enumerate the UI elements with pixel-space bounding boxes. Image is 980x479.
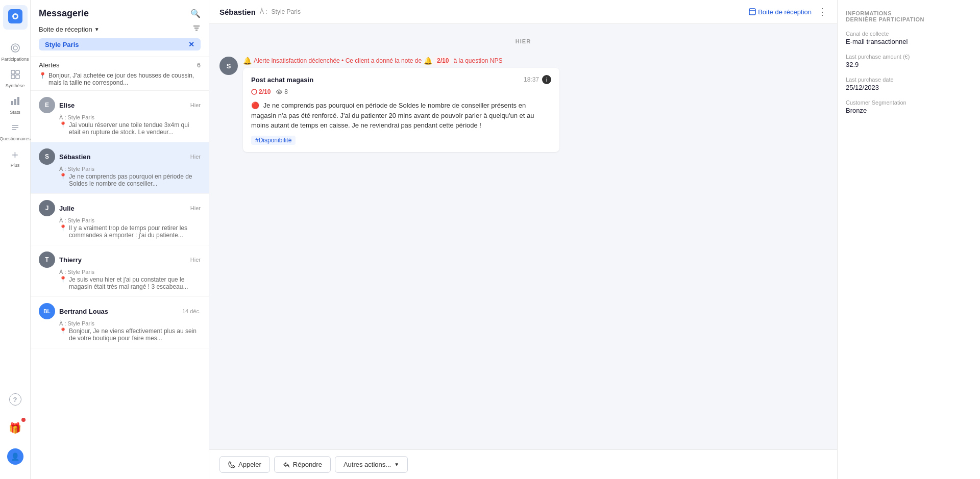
gift-icon: 🎁 [9, 422, 21, 434]
conv-name-thierry: Thierry [59, 256, 82, 264]
conv-user-row-elise: E Elise [39, 97, 75, 113]
info-row-canal: Canal de collecte E-mail transactionnel [846, 31, 972, 45]
sidebar-avatar[interactable]: 👤 [3, 444, 28, 469]
conv-user-row-julie: J Julie [39, 200, 75, 216]
avatar-thierry: T [39, 251, 55, 268]
conv-name-sebastien: Sébastien [59, 153, 90, 161]
conv-user-row-sebastien: S Sébastien [39, 148, 90, 165]
alerts-section: Alertes 6 📍 Bonjour, J'ai achetée ce jou… [31, 57, 209, 91]
chat-actions: Appeler Répondre Autres actions... ▼ [209, 449, 837, 479]
conv-user-row-bertrand: BL Bertrand Louas [39, 303, 108, 319]
sidebar-item-questionnaires[interactable]: Questionnaires [3, 119, 28, 144]
conversation-list: E Elise Hier À : Style Paris 📍 Jai voulu… [31, 91, 209, 479]
svg-rect-8 [16, 75, 19, 79]
header-right: Boite de réception ⋮ [749, 6, 827, 17]
sidebar-gift[interactable]: 🎁 [3, 416, 28, 440]
questionnaires-icon [10, 122, 20, 135]
active-filter-tag: Style Paris ✕ [39, 38, 201, 51]
conv-time-julie: Hier [190, 205, 201, 211]
close-filter-button[interactable]: ✕ [188, 40, 194, 48]
info-label-segmentation: Customer Segmentation [846, 99, 972, 106]
alert-bell-icon: 🔔 [243, 57, 252, 65]
alert-pin-icon: 📍 [39, 72, 46, 79]
synthese-icon [10, 69, 20, 82]
conv-item-thierry[interactable]: T Thierry Hier À : Style Paris 📍 Je suis… [31, 245, 209, 297]
inbox-link[interactable]: Boite de réception [749, 8, 812, 16]
sidebar-item-synthese[interactable]: Synthèse [3, 66, 28, 91]
info-value-date: 25/12/2023 [846, 84, 972, 91]
inbox-filter: Boite de réception ▼ [39, 24, 201, 34]
info-icon[interactable]: i [542, 75, 551, 84]
conv-name-julie: Julie [59, 205, 75, 212]
alerts-count: 6 [197, 62, 201, 69]
conv-header-julie: J Julie Hier [39, 200, 201, 216]
svg-point-2 [14, 15, 17, 18]
stats-label: Stats [10, 110, 20, 115]
conv-header-thierry: T Thierry Hier [39, 251, 201, 268]
conv-time-thierry: Hier [190, 257, 201, 263]
conv-time-elise: Hier [190, 102, 201, 108]
conv-header-sebastien: S Sébastien Hier [39, 148, 201, 165]
more-options-button[interactable]: ⋮ [818, 6, 827, 17]
help-icon: ? [9, 393, 21, 406]
alerts-title: Alertes [39, 61, 59, 69]
conv-sub-thierry: À : Style Paris [59, 269, 201, 275]
chat-user-name: Sébastien [219, 8, 256, 16]
conv-item-julie[interactable]: J Julie Hier À : Style Paris 📍 Il y a vr… [31, 194, 209, 245]
conv-item-sebastien[interactable]: S Sébastien Hier À : Style Paris 📍 Je ne… [31, 142, 209, 194]
conv-preview-julie: 📍 Il y a vraiment trop de temps pour ret… [59, 224, 201, 239]
sidebar-item-stats[interactable]: Stats [3, 93, 28, 117]
message-bubble: Post achat magasin 18:37 i 2/10 [243, 68, 559, 152]
conv-sub-elise: À : Style Paris [59, 114, 201, 120]
plus-icon: + [12, 148, 18, 162]
info-label-amount: Last purchase amount (€) [846, 54, 972, 60]
chevron-down-actions-icon: ▼ [394, 462, 399, 467]
alert-pin-julie: 📍 [59, 224, 67, 232]
conv-preview-bertrand: 📍 Bonjour, Je ne viens effectivement plu… [59, 327, 201, 342]
svg-point-4 [13, 46, 17, 50]
message-list-panel: Messagerie 🔍 Boite de réception ▼ Style … [31, 0, 209, 479]
sidebar-help[interactable]: ? [3, 387, 28, 412]
info-value-segmentation: Bronze [846, 107, 972, 114]
avatar-elise: E [39, 97, 55, 113]
logo-icon [8, 9, 22, 26]
svg-rect-9 [11, 101, 13, 105]
chevron-down-icon: ▼ [94, 27, 100, 32]
phone-icon [228, 461, 235, 468]
conv-item-bertrand[interactable]: BL Bertrand Louas 14 déc. À : Style Pari… [31, 297, 209, 348]
panel-header: Messagerie 🔍 Boite de réception ▼ Style … [31, 0, 209, 57]
sidebar-item-plus[interactable]: + Plus [3, 146, 28, 170]
bubble-text: 🔴 Je ne comprends pas pourquoi en périod… [251, 100, 551, 131]
inbox-label[interactable]: Boite de réception ▼ [39, 26, 100, 33]
avatar-julie: J [39, 200, 55, 216]
svg-rect-10 [14, 99, 16, 105]
stop-icon: 🔴 [251, 102, 259, 109]
conv-item-elise[interactable]: E Elise Hier À : Style Paris 📍 Jai voulu… [31, 91, 209, 142]
info-value-amount: 32.9 [846, 61, 972, 68]
conv-sub-sebastien: À : Style Paris [59, 166, 201, 172]
reply-button[interactable]: Répondre [274, 456, 331, 473]
conv-time-bertrand: 14 déc. [182, 308, 201, 314]
alert-banner: 🔔 Alerte insatisfaction déclenchée • Ce … [243, 57, 827, 65]
panel-title-row: Messagerie 🔍 [39, 8, 201, 19]
right-panel: INFORMATIONS DERNIÈRE PARTICIPATION Cana… [837, 0, 980, 479]
conv-header-bertrand: BL Bertrand Louas 14 déc. [39, 303, 201, 319]
conv-preview-sebastien: 📍 Je ne comprends pas pourquoi en périod… [59, 173, 201, 187]
stats-icon [10, 96, 20, 109]
chat-header: Sébastien À : Style Paris Boite de récep… [209, 0, 837, 24]
sidebar-logo[interactable] [3, 5, 28, 30]
conv-user-row-thierry: T Thierry [39, 251, 82, 268]
svg-rect-18 [749, 9, 755, 15]
eye-badge: 8 [276, 88, 288, 95]
search-icon[interactable]: 🔍 [190, 9, 201, 18]
alert-pin-sebastien: 📍 [59, 173, 67, 180]
info-value-canal: E-mail transactionnel [846, 38, 972, 45]
call-button[interactable]: Appeler [219, 456, 270, 473]
panel-title-text: Messagerie [39, 8, 89, 19]
filter-icon[interactable] [192, 24, 201, 34]
sidebar-item-participations[interactable]: Participations [3, 40, 28, 64]
svg-rect-5 [11, 70, 15, 74]
message-avatar-sebastien: S [219, 57, 238, 75]
more-actions-button[interactable]: Autres actions... ▼ [335, 456, 408, 473]
info-row-segmentation: Customer Segmentation Bronze [846, 99, 972, 114]
